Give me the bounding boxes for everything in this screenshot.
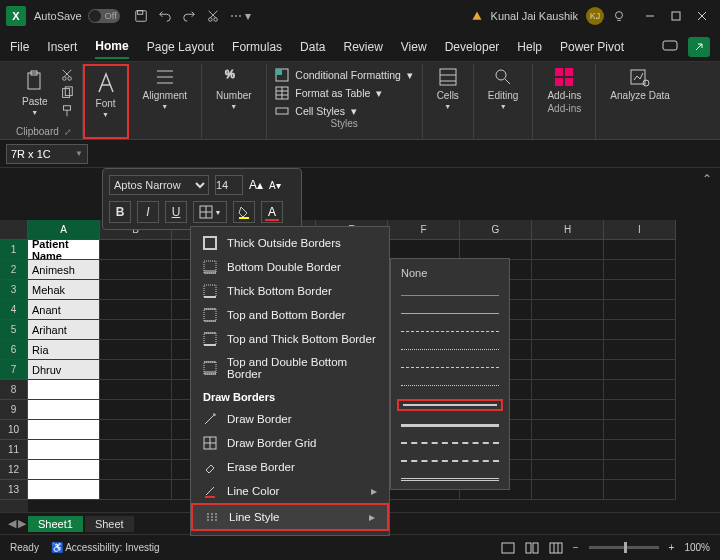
zoom-level[interactable]: 100%: [684, 542, 710, 553]
mi-thick-outside[interactable]: Thick Outside Borders: [191, 231, 389, 255]
maximize-icon[interactable]: [670, 10, 682, 22]
cell[interactable]: Arihant: [28, 320, 100, 340]
cell[interactable]: [100, 280, 172, 300]
cell[interactable]: [532, 400, 604, 420]
cell[interactable]: Mehak: [28, 280, 100, 300]
font-color-button[interactable]: A: [261, 201, 283, 223]
line-style-medium[interactable]: [397, 399, 503, 411]
row-header[interactable]: 3: [0, 280, 28, 300]
cell[interactable]: [100, 340, 172, 360]
row-header[interactable]: 12: [0, 460, 28, 480]
sheet-tab-2[interactable]: Sheet: [85, 516, 134, 532]
row-header[interactable]: 11: [0, 440, 28, 460]
row-header[interactable]: 1: [0, 240, 28, 260]
cell[interactable]: [28, 420, 100, 440]
zoom-out-icon[interactable]: −: [573, 542, 579, 553]
cut-icon[interactable]: [60, 68, 74, 82]
cell[interactable]: [532, 440, 604, 460]
fill-color-button[interactable]: [233, 201, 255, 223]
cell[interactable]: [604, 480, 676, 500]
row-header[interactable]: 5: [0, 320, 28, 340]
copy-icon[interactable]: [60, 86, 74, 100]
decrease-font-icon[interactable]: A▾: [269, 180, 281, 191]
cell[interactable]: [604, 420, 676, 440]
mi-draw-grid[interactable]: Draw Border Grid: [191, 431, 389, 455]
autosave-toggle[interactable]: AutoSave Off: [34, 9, 120, 23]
mi-thick-bottom[interactable]: Thick Bottom Border: [191, 279, 389, 303]
tab-view[interactable]: View: [401, 36, 427, 58]
cut-icon[interactable]: [206, 9, 220, 23]
row-header[interactable]: 13: [0, 480, 28, 500]
bold-button[interactable]: B: [109, 201, 131, 223]
share-button[interactable]: [688, 37, 710, 57]
name-box[interactable]: 7R x 1C▼: [6, 144, 88, 164]
cell[interactable]: [532, 260, 604, 280]
col-header-G[interactable]: G: [460, 220, 532, 240]
minimize-icon[interactable]: [644, 10, 656, 22]
cell[interactable]: [604, 300, 676, 320]
save-icon[interactable]: [134, 9, 148, 23]
row-header[interactable]: 4: [0, 300, 28, 320]
line-style-med-dash[interactable]: [397, 439, 503, 447]
cell[interactable]: [604, 280, 676, 300]
cell[interactable]: [532, 320, 604, 340]
line-style-dotted[interactable]: [397, 345, 503, 353]
comments-icon[interactable]: [662, 40, 678, 54]
tab-power-pivot[interactable]: Power Pivot: [560, 36, 624, 58]
cell[interactable]: [100, 380, 172, 400]
cell[interactable]: [100, 460, 172, 480]
format-painter-icon[interactable]: [60, 104, 74, 118]
font-name-select[interactable]: Aptos Narrow: [109, 175, 209, 195]
cell[interactable]: [532, 280, 604, 300]
tab-developer[interactable]: Developer: [445, 36, 500, 58]
cell[interactable]: [532, 340, 604, 360]
borders-button[interactable]: ▼: [193, 201, 227, 223]
cell[interactable]: [100, 240, 172, 260]
cell[interactable]: Dhruv: [28, 360, 100, 380]
select-all-corner[interactable]: [0, 220, 28, 240]
mi-bottom-double[interactable]: Bottom Double Border: [191, 255, 389, 279]
cell[interactable]: [100, 440, 172, 460]
undo-icon[interactable]: [158, 9, 172, 23]
mi-top-double-bottom[interactable]: Top and Double Bottom Border: [191, 351, 389, 385]
mi-draw-border[interactable]: Draw Border: [191, 407, 389, 431]
tab-help[interactable]: Help: [517, 36, 542, 58]
cell[interactable]: [532, 380, 604, 400]
underline-button[interactable]: U: [165, 201, 187, 223]
row-header[interactable]: 7: [0, 360, 28, 380]
cell-styles-button[interactable]: Cell Styles ▾: [275, 104, 413, 118]
line-style-dashdot[interactable]: [397, 363, 503, 371]
cell[interactable]: [604, 340, 676, 360]
row-header[interactable]: 10: [0, 420, 28, 440]
cell[interactable]: [28, 400, 100, 420]
zoom-in-icon[interactable]: +: [669, 542, 675, 553]
line-style-double[interactable]: [397, 475, 503, 483]
cell[interactable]: [28, 480, 100, 500]
cell[interactable]: Animesh: [28, 260, 100, 280]
line-style-thin[interactable]: [397, 291, 503, 299]
cell[interactable]: [100, 480, 172, 500]
lightbulb-icon[interactable]: [612, 9, 626, 23]
mi-top-thick-bottom[interactable]: Top and Thick Bottom Border: [191, 327, 389, 351]
cell[interactable]: [460, 240, 532, 260]
cell[interactable]: [28, 460, 100, 480]
cell[interactable]: Patient Name: [28, 240, 100, 260]
row-header[interactable]: 8: [0, 380, 28, 400]
addins-button[interactable]: Add-ins: [541, 64, 587, 103]
accessibility-status[interactable]: ♿ Accessibility: Investig: [51, 542, 160, 553]
redo-icon[interactable]: [182, 9, 196, 23]
zoom-slider[interactable]: [589, 546, 659, 549]
cell[interactable]: [100, 400, 172, 420]
cell[interactable]: [100, 300, 172, 320]
conditional-formatting-button[interactable]: Conditional Formatting ▾: [275, 68, 413, 82]
page-break-view-icon[interactable]: [549, 542, 563, 554]
normal-view-icon[interactable]: [501, 542, 515, 554]
row-header[interactable]: 2: [0, 260, 28, 280]
tab-review[interactable]: Review: [343, 36, 382, 58]
row-header[interactable]: 6: [0, 340, 28, 360]
format-as-table-button[interactable]: Format as Table ▾: [275, 86, 413, 100]
cell[interactable]: [604, 460, 676, 480]
tab-insert[interactable]: Insert: [47, 36, 77, 58]
cell[interactable]: [604, 320, 676, 340]
tab-formulas[interactable]: Formulas: [232, 36, 282, 58]
